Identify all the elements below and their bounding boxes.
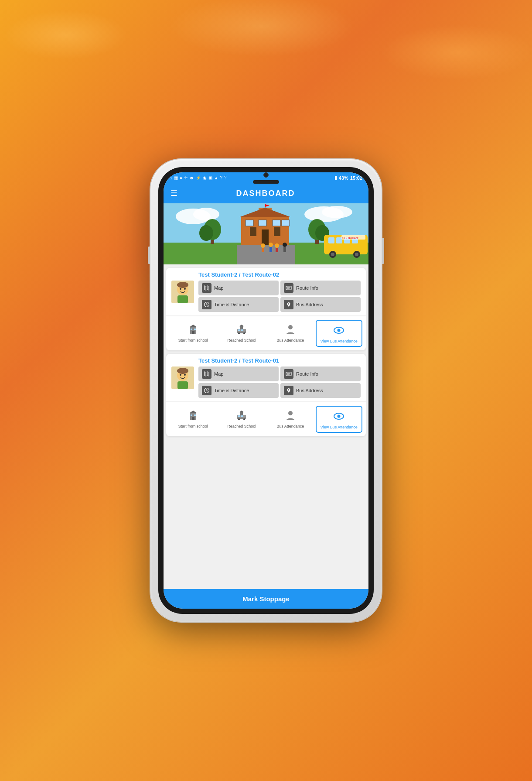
- svg-rect-98: [241, 415, 243, 417]
- action-row-1: Start from school Reached School: [166, 316, 366, 350]
- svg-rect-101: [240, 412, 243, 415]
- svg-rect-8: [250, 227, 256, 236]
- svg-point-71: [243, 332, 245, 334]
- svg-point-51: [180, 288, 181, 290]
- speaker: [253, 180, 279, 184]
- start-from-school-btn-1[interactable]: Start from school: [170, 320, 217, 347]
- svg-rect-65: [194, 329, 196, 330]
- page-title: DASHBOARD: [181, 189, 361, 198]
- svg-rect-10: [262, 230, 269, 245]
- svg-point-6: [322, 206, 352, 218]
- svg-line-88: [207, 390, 208, 391]
- time-distance-btn-1[interactable]: Time & Distance: [198, 297, 279, 312]
- clock: 15:02: [350, 175, 362, 181]
- volume-button: [148, 247, 150, 264]
- svg-point-103: [288, 411, 293, 415]
- svg-point-80: [180, 374, 181, 376]
- mark-stoppage-btn[interactable]: Mark Stoppage: [164, 589, 368, 609]
- svg-point-46: [283, 243, 287, 247]
- time-distance-btn-2[interactable]: Time & Distance: [198, 383, 279, 398]
- svg-line-59: [207, 305, 208, 305]
- svg-point-44: [275, 243, 279, 248]
- svg-marker-62: [189, 325, 197, 327]
- banner-image: SB Tracker: [164, 203, 368, 264]
- vibrate-icon: ▣: [208, 175, 212, 180]
- svg-rect-47: [283, 247, 286, 252]
- svg-point-76: [338, 329, 341, 332]
- wifi-icon: ▲: [214, 175, 218, 180]
- svg-rect-11: [246, 220, 253, 226]
- school-illustration: SB Tracker: [164, 203, 368, 264]
- view-bus-attendance-btn-2[interactable]: View Bus Attendance: [316, 406, 363, 433]
- map-icon-2: [202, 369, 211, 379]
- student-avatar-2: [171, 367, 194, 389]
- reached-school-btn-1[interactable]: Reached School: [218, 320, 266, 347]
- usb-icon: ⚡: [196, 175, 201, 180]
- content-area: Test Student-2 / Test Route-02 Map: [164, 264, 368, 589]
- location-icon-2: [284, 386, 293, 395]
- school-action-icon-1: [186, 322, 200, 336]
- svg-marker-102: [239, 411, 244, 412]
- student-buttons-2: Map Route Info: [198, 367, 361, 398]
- svg-point-105: [338, 415, 341, 418]
- bus-attendance-btn-2[interactable]: Bus Attendance: [267, 406, 314, 433]
- student-buttons-1: Map Route Info: [198, 281, 361, 312]
- question2-icon: ?: [224, 175, 227, 180]
- avatar-svg-1: [171, 281, 194, 303]
- circle-icon: ●: [180, 175, 182, 180]
- svg-rect-13: [273, 220, 280, 226]
- reached-school-btn-2[interactable]: Reached School: [218, 406, 266, 433]
- svg-rect-82: [177, 381, 188, 389]
- image-icon: ▦: [174, 175, 178, 180]
- map-btn-2[interactable]: Map: [198, 367, 279, 381]
- student-name-1: Test Student-2 / Test Route-02: [198, 271, 361, 278]
- spacer: [164, 440, 368, 443]
- svg-point-74: [288, 325, 293, 329]
- svg-point-40: [261, 243, 265, 248]
- student-header-2: Test Student-2 / Test Route-01 Map: [166, 354, 366, 402]
- battery-indicator: ▮: [334, 175, 337, 181]
- app-header: ☰ DASHBOARD: [164, 183, 368, 203]
- route-info-btn-1[interactable]: Route Info: [280, 281, 361, 295]
- svg-rect-41: [262, 248, 264, 252]
- bus-school-icon-2: [235, 408, 249, 422]
- svg-rect-63: [192, 331, 194, 334]
- view-bus-attendance-btn-1[interactable]: View Bus Attendance: [316, 320, 363, 347]
- battery-percent: 43%: [339, 175, 348, 181]
- route-info-btn-2[interactable]: Route Info: [280, 367, 361, 381]
- svg-point-42: [269, 243, 273, 247]
- bus-address-btn-1[interactable]: Bus Address: [280, 297, 361, 312]
- map-btn-1[interactable]: Map: [198, 281, 279, 295]
- start-from-school-btn-2[interactable]: Start from school: [170, 406, 217, 433]
- svg-rect-14: [282, 220, 290, 226]
- school-action-icon-2: [186, 408, 200, 422]
- svg-rect-97: [238, 415, 240, 417]
- eye-icon-1: [332, 323, 346, 337]
- svg-point-70: [238, 332, 240, 334]
- phone-screen: ⌂ ▦ ● ✛ ☻ ⚡ ◉ ▣ ▲ ? ? ▮ 43% 15:02: [164, 172, 368, 609]
- student-card-1: Test Student-2 / Test Route-02 Map: [166, 268, 366, 350]
- status-icons-left: ⌂ ▦ ● ✛ ☻ ⚡ ◉ ▣ ▲ ? ?: [170, 175, 227, 180]
- svg-rect-43: [269, 247, 272, 252]
- power-button: [382, 238, 384, 264]
- svg-rect-45: [276, 248, 278, 252]
- svg-text:SB Tracker: SB Tracker: [342, 236, 358, 240]
- hamburger-menu-icon[interactable]: ☰: [171, 188, 177, 198]
- action-row-2: Start from school Reached School: [166, 402, 366, 436]
- bus-attendance-btn-1[interactable]: Bus Attendance: [267, 320, 314, 347]
- svg-point-50: [177, 282, 188, 288]
- android-icon: ☻: [189, 175, 194, 180]
- svg-rect-64: [191, 329, 192, 330]
- bus-address-btn-2[interactable]: Bus Address: [280, 383, 361, 398]
- plus-icon: ✛: [184, 175, 188, 180]
- avatar-svg-2: [171, 367, 194, 389]
- svg-rect-93: [191, 414, 192, 416]
- svg-point-81: [184, 374, 186, 376]
- svg-marker-73: [239, 325, 244, 326]
- svg-point-60: [288, 303, 290, 305]
- svg-rect-12: [259, 220, 266, 226]
- svg-rect-83: [286, 372, 291, 376]
- svg-point-79: [177, 368, 188, 374]
- svg-rect-31: [336, 237, 342, 243]
- route-icon-1: [284, 283, 293, 293]
